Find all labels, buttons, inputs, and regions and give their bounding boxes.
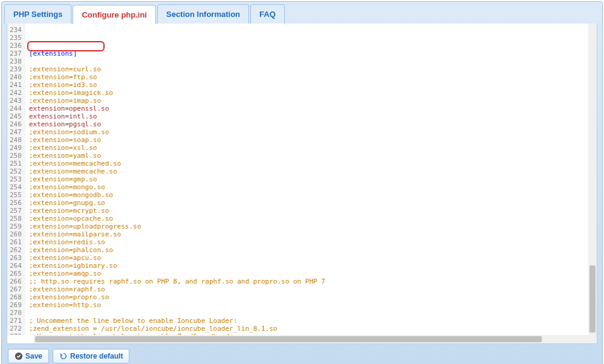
vertical-scrollbar[interactable] [588, 24, 597, 335]
tab-faq[interactable]: FAQ [250, 4, 285, 24]
restore-button-label: Restore default [70, 352, 123, 360]
save-button-label: Save [25, 352, 42, 360]
horizontal-scroll-thumb[interactable] [35, 336, 542, 342]
vertical-scroll-thumb[interactable] [589, 265, 596, 333]
php-ini-panel: PHP Settings Configure php.ini Section I… [1, 1, 603, 364]
tab-php-settings[interactable]: PHP Settings [4, 4, 71, 24]
code-content[interactable]: [extensions] ;extension=curl.so;extensio… [25, 24, 597, 335]
code-editor[interactable]: 2342352362372382392402412422432442452462… [7, 24, 597, 344]
tab-section-information[interactable]: Section Information [157, 4, 249, 24]
restore-default-button[interactable]: Restore default [53, 349, 129, 363]
horizontal-scrollbar[interactable] [34, 335, 597, 343]
action-toolbar: Save Restore default [2, 344, 602, 363]
line-number-gutter: 2342352362372382392402412422432442452462… [7, 24, 25, 335]
tab-bar: PHP Settings Configure php.ini Section I… [2, 2, 602, 24]
save-button[interactable]: Save [8, 349, 49, 363]
restore-icon [59, 352, 68, 360]
check-circle-icon [15, 352, 23, 360]
tab-configure-phpini[interactable]: Configure php.ini [73, 5, 156, 24]
